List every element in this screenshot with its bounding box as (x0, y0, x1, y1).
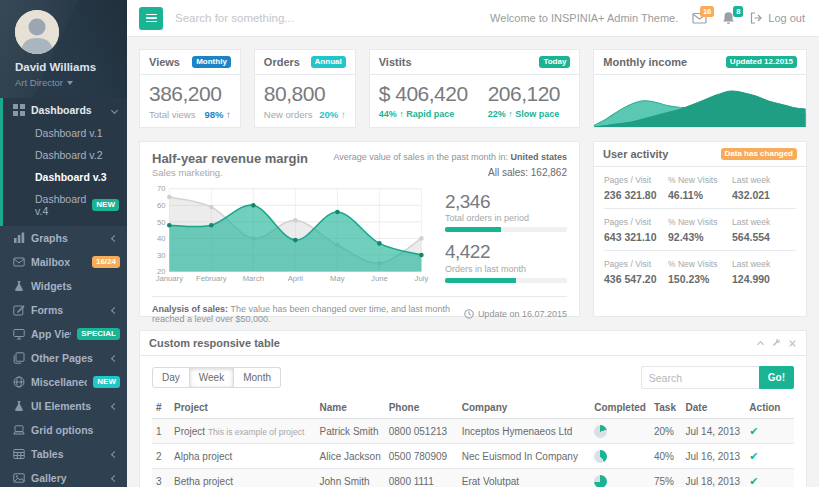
card-title: Orders (264, 56, 300, 68)
company-cell: Inceptos Hymenaeos Ltd (458, 419, 590, 444)
new-badge: NEW (92, 199, 119, 211)
sidebar-item-ui-elements[interactable]: UI Elements (0, 394, 127, 418)
activity-row: Pages / Visit643 321.10 % New Visits92.4… (604, 209, 796, 251)
sidebar-item-grid-options[interactable]: Grid options (0, 418, 127, 442)
sidebar-item-dashboard-v1[interactable]: Dashboard v.1 (3, 122, 127, 144)
visits-col-1: $ 406,420 44% ↑ Rapid pace (379, 82, 468, 119)
panel-tools (756, 339, 797, 348)
go-button[interactable]: Go! (759, 366, 794, 389)
arrow-up-icon: ↑ (341, 109, 346, 120)
completed-pie-chart (594, 450, 607, 463)
row-number: 1 (152, 419, 170, 444)
settings-button[interactable] (772, 339, 781, 348)
sidebar-item-tables[interactable]: Tables (0, 442, 127, 466)
sidebar-item-dashboard-v2[interactable]: Dashboard v.2 (3, 144, 127, 166)
close-button[interactable] (788, 339, 797, 348)
svg-text:50: 50 (157, 217, 166, 226)
user-role: Art Director (15, 77, 63, 88)
logout-button[interactable]: Log out (750, 12, 805, 24)
update-time: Update on 16.07.2015 (464, 304, 567, 324)
sidebar-item-forms[interactable]: Forms (0, 298, 127, 322)
caret-down-icon (67, 81, 73, 85)
action-cell: ✔ (745, 469, 794, 487)
check-icon[interactable]: ✔ (749, 450, 758, 463)
kpi-label: Orders in last month (445, 264, 567, 274)
column-header-phone: Phone (385, 397, 458, 419)
svg-text:July: July (415, 274, 429, 283)
sidebar-item-app-views[interactable]: App Views SPECIAL (0, 322, 127, 346)
tab-day[interactable]: Day (152, 367, 190, 388)
messages-button[interactable]: 16 (692, 11, 707, 25)
edit-icon (12, 304, 25, 316)
sidebar-item-gallery[interactable]: Gallery (0, 466, 127, 487)
envelope-icon (12, 256, 25, 268)
kpi-total-orders: 2,346 Total orders in period (445, 192, 567, 233)
views-value: 386,200 (149, 82, 231, 106)
table-row: 1 Project This is example of project Pat… (152, 419, 794, 444)
progress-bar (445, 278, 567, 283)
views-label: Total views (149, 109, 195, 120)
column-header-date: Date (682, 397, 746, 419)
views-delta: 98% (204, 109, 223, 120)
check-icon[interactable]: ✔ (749, 425, 758, 438)
column-header-project: Project (170, 397, 316, 419)
flask-icon (12, 400, 25, 412)
check-icon[interactable]: ✔ (749, 475, 758, 487)
tab-month[interactable]: Month (234, 367, 281, 388)
data-changed-badge: Data has changed (721, 148, 797, 160)
updated-badge: Updated 12.2015 (726, 56, 797, 68)
hamburger-icon (146, 14, 157, 16)
messages-count-badge: 16 (700, 6, 714, 17)
name-cell: Patrick Smith (316, 419, 385, 444)
revenue-panel: Half-year revenue margin Sales marketing… (139, 141, 580, 317)
alerts-button[interactable]: 8 (721, 11, 736, 25)
panel-title: Half-year revenue margin (152, 151, 308, 166)
table-toolbar: Day Week Month Go! (140, 356, 806, 397)
topbar-search-input[interactable] (175, 12, 478, 24)
collapse-button[interactable] (756, 339, 765, 348)
stat-card-orders: Orders Annual 80,800 New orders 20% ↑ (254, 49, 356, 128)
revenue-note: Average value of sales in the past month… (333, 151, 566, 180)
last-week: 432.021 (732, 189, 796, 201)
country-label: United states (510, 152, 567, 162)
avatar[interactable] (15, 10, 59, 54)
orders-delta: 20% (319, 109, 338, 120)
user-role-dropdown[interactable]: Art Director (15, 77, 119, 88)
sidebar-item-dashboard-v3[interactable]: Dashboard v.3 (3, 166, 127, 188)
sidebar: David Williams Art Director Dashboards D… (0, 0, 127, 487)
sidebar-item-mailbox[interactable]: Mailbox 16/24 (0, 250, 127, 274)
tab-week[interactable]: Week (190, 367, 234, 388)
avatar-image (15, 10, 59, 54)
phone-cell: 0800 051213 (385, 419, 458, 444)
profile-header: David Williams Art Director (0, 0, 127, 98)
sidebar-item-graphs[interactable]: Graphs (0, 226, 127, 250)
svg-text:60: 60 (157, 201, 166, 210)
new-visits-pct: 92.43% (668, 231, 732, 243)
special-badge: SPECIAL (77, 328, 120, 340)
laptop-icon (12, 424, 25, 436)
kpi-last-month-orders: 4,422 Orders in last month (445, 242, 567, 283)
table-row: 3 Betha project John Smith 0800 1111 Era… (152, 469, 794, 487)
phone-cell: 0800 1111 (385, 469, 458, 487)
project-cell: Alpha project (170, 444, 316, 469)
svg-text:30: 30 (157, 250, 166, 259)
revenue-kpis: 2,346 Total orders in period 4,422 Order… (445, 182, 567, 294)
sidebar-item-miscellaneous[interactable]: Miscellaneous NEW (0, 370, 127, 394)
page-content: Views Monthly 386,200 Total views 98% ↑ … (127, 37, 819, 487)
topbar-right: Welcome to INSPINIA+ Admin Theme. 16 8 L… (490, 11, 805, 25)
sidebar-item-dashboard-v4[interactable]: Dashboard v.4 NEW (3, 188, 127, 222)
welcome-text: Welcome to INSPINIA+ Admin Theme. (490, 12, 678, 24)
card-title: Views (149, 56, 180, 68)
sidebar-toggle-button[interactable] (139, 7, 163, 30)
sidebar-item-dashboards[interactable]: Dashboards (3, 98, 127, 122)
sidebar-item-widgets[interactable]: Widgets (0, 274, 127, 298)
new-badge: NEW (93, 376, 120, 388)
sidebar-item-other-pages[interactable]: Other Pages (0, 346, 127, 370)
bar-chart-icon (12, 232, 25, 244)
table-search-input[interactable] (641, 366, 759, 389)
column-header-task: Task (650, 397, 682, 419)
activity-row: Pages / Visit236 321.80 % New Visits46.1… (604, 167, 796, 209)
svg-text:February: February (196, 274, 227, 283)
column-header-company: Company (458, 397, 590, 419)
svg-text:April: April (288, 274, 304, 283)
